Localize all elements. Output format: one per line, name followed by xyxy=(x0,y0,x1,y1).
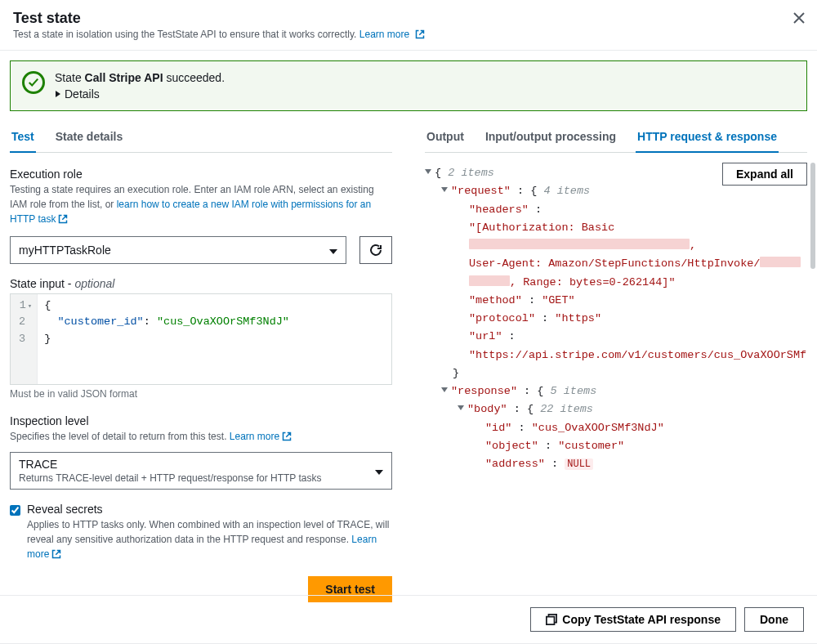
inspection-level-value: TRACE xyxy=(19,458,321,471)
modal-subtitle: Test a state in isolation using the Test… xyxy=(13,29,804,42)
done-button[interactable]: Done xyxy=(744,607,804,632)
left-panel: Test State details Execution role Testin… xyxy=(10,121,392,595)
right-tabs: Output Input/output processing HTTP requ… xyxy=(425,121,807,153)
inspection-level-select[interactable]: TRACE Returns TRACE-level detail + HTTP … xyxy=(10,452,392,490)
close-button[interactable] xyxy=(791,10,807,26)
modal-footer: Copy TestState API response Done xyxy=(0,595,817,643)
tab-state-details[interactable]: State details xyxy=(54,122,124,153)
success-check-icon xyxy=(22,71,45,94)
modal-header: Test state Test a state in isolation usi… xyxy=(0,0,817,51)
external-link-icon xyxy=(51,548,61,563)
editor-gutter: 1▾ 2 3 xyxy=(11,294,38,384)
external-link-icon xyxy=(282,431,292,445)
alert-details-toggle[interactable]: Details xyxy=(55,87,225,101)
json-toggle-icon[interactable] xyxy=(441,187,448,192)
caret-down-icon xyxy=(375,464,383,477)
json-format-hint: Must be in valid JSON format xyxy=(10,388,392,400)
right-panel: Output Input/output processing HTTP requ… xyxy=(425,121,807,595)
inspection-level-help: Specifies the level of detail to return … xyxy=(10,429,392,445)
copy-icon xyxy=(546,614,557,625)
reveal-secrets-description: Applies to HTTP tasks only. When combine… xyxy=(27,517,392,563)
inspection-level-label: Inspection level xyxy=(10,414,392,427)
inspection-level-description: Returns TRACE-level detail + HTTP reques… xyxy=(19,472,321,484)
inspection-learn-more-link[interactable]: Learn more xyxy=(230,431,292,442)
modal-title: Test state xyxy=(13,10,804,27)
caret-down-icon xyxy=(329,244,337,257)
refresh-icon xyxy=(369,244,382,257)
test-state-modal: Test state Test a state in isolation usi… xyxy=(0,0,817,644)
scrollbar[interactable] xyxy=(810,163,815,269)
execution-role-value: myHTTPTaskRole xyxy=(19,244,111,257)
reveal-secrets-label: Reveal secrets xyxy=(27,503,392,516)
expand-all-button[interactable]: Expand all xyxy=(722,163,807,186)
json-viewer[interactable]: { 2 items "request" : { 4 items "headers… xyxy=(425,164,807,595)
json-toggle-icon[interactable] xyxy=(425,169,431,174)
tab-io-processing[interactable]: Input/output processing xyxy=(484,122,618,153)
learn-more-link[interactable]: Learn more xyxy=(359,29,425,40)
state-input-label: State input - optional xyxy=(10,277,392,290)
editor-content[interactable]: { "customer_id": "cus_OvaXOOrSMf3NdJ" } xyxy=(38,294,296,384)
redacted-secret xyxy=(469,239,690,249)
reveal-secrets-checkbox[interactable] xyxy=(10,504,20,517)
json-toggle-icon[interactable] xyxy=(458,405,464,410)
execution-role-select[interactable]: myHTTPTaskRole xyxy=(10,236,346,264)
execution-role-help: Testing a state requires an execution ro… xyxy=(10,182,392,228)
copy-response-button[interactable]: Copy TestState API response xyxy=(530,607,736,632)
redacted-secret xyxy=(469,275,510,286)
json-toggle-icon[interactable] xyxy=(441,387,448,392)
alert-region: State Call Stripe API succeeded. Details xyxy=(0,51,817,121)
tab-output[interactable]: Output xyxy=(425,122,466,153)
left-tabs: Test State details xyxy=(10,121,392,153)
tab-http-request-response[interactable]: HTTP request & response xyxy=(636,122,779,153)
tab-test[interactable]: Test xyxy=(10,122,36,153)
execution-role-label: Execution role xyxy=(10,168,392,181)
success-alert: State Call Stripe API succeeded. Details xyxy=(10,60,807,111)
external-link-icon xyxy=(415,29,425,42)
alert-title: State Call Stripe API succeeded. xyxy=(55,71,225,84)
redacted-secret xyxy=(760,257,801,267)
refresh-roles-button[interactable] xyxy=(359,236,392,264)
state-input-editor[interactable]: 1▾ 2 3 { "customer_id": "cus_OvaXOOrSMf3… xyxy=(10,293,392,385)
external-link-icon xyxy=(58,213,68,228)
